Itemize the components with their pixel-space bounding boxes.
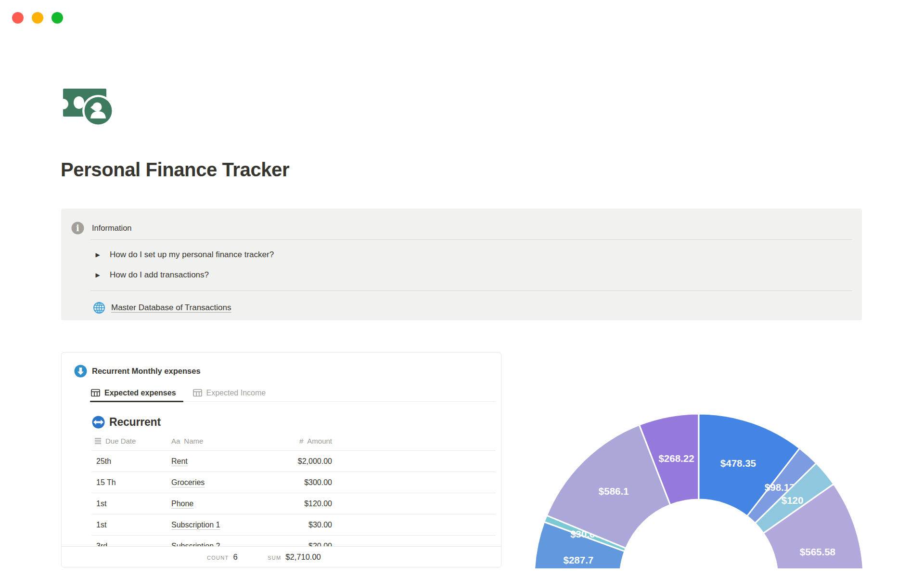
zoom-button[interactable] [51, 12, 63, 24]
table-rows: 25th Rent $2,000.00 15 Th Groceries $300… [92, 451, 496, 557]
database-heading: Recurrent [92, 416, 161, 429]
due-date-cell: 1st [92, 521, 171, 529]
left-right-arrow-icon [92, 416, 105, 429]
sum-aggregate[interactable]: SUM $2,710.00 [268, 552, 321, 562]
column-label: Amount [307, 437, 332, 445]
tab-label: Expected expenses [104, 389, 176, 397]
table-aggregate-footer: COUNT 6 SUM $2,710.00 [62, 546, 501, 567]
money-banknote-with-coin-icon [62, 87, 115, 130]
chart-segment-label: $268.22 [658, 453, 694, 464]
count-value: 6 [233, 552, 238, 562]
amount-cell: $300.00 [257, 478, 332, 487]
column-header-due-date[interactable]: Due Date [92, 437, 171, 445]
toggle-setup-question[interactable]: ▶ How do I set up my personal finance tr… [94, 250, 274, 260]
due-date-cell: 25th [92, 457, 171, 466]
minimize-button[interactable] [32, 12, 43, 24]
master-database-link-label: Master Database of Transactions [111, 303, 231, 313]
text-lines-icon [94, 437, 102, 445]
table-column-headers: Due Date Aa Name # Amount [92, 432, 332, 449]
sum-label: SUM [268, 555, 281, 561]
chart-segment-label: $287.7 [564, 554, 594, 565]
name-cell-link[interactable]: Groceries [171, 478, 205, 486]
card-header: Recurrent Monthly expenses [74, 365, 201, 378]
table-icon [91, 389, 100, 397]
name-cell-link[interactable]: Phone [171, 499, 193, 508]
amount-cell: $120.00 [257, 499, 332, 508]
page-title: Personal Finance Tracker [61, 159, 289, 181]
table-row[interactable]: 15 Th Groceries $300.00 [92, 472, 496, 493]
divider [90, 290, 852, 291]
column-label: Due Date [105, 437, 136, 445]
close-button[interactable] [12, 12, 24, 24]
due-date-cell: 1st [92, 499, 171, 508]
tab-expected-expenses[interactable]: Expected expenses [90, 384, 183, 401]
number-icon: # [299, 437, 303, 445]
toggle-label: How do I add transactions? [110, 270, 209, 280]
table-row[interactable]: 1st Phone $120.00 [92, 493, 496, 514]
down-arrow-icon [74, 365, 87, 378]
database-title: Recurrent [109, 416, 161, 429]
name-cell-link[interactable]: Subscription 1 [171, 521, 220, 529]
sum-value: $2,710.00 [285, 552, 321, 562]
recurrent-expenses-card: Recurrent Monthly expenses Expected expe… [61, 352, 501, 567]
table-row[interactable]: 1st Subscription 1 $30.00 [92, 514, 496, 536]
callout-title: Information [92, 223, 132, 233]
divider [90, 239, 852, 240]
database-view-tabs: Expected expenses Expected Income [90, 384, 496, 402]
page-icon-money-emoji[interactable] [62, 87, 115, 130]
toggle-add-transactions-question[interactable]: ▶ How do I add transactions? [94, 270, 209, 280]
column-header-amount[interactable]: # Amount [257, 437, 332, 445]
card-title: Recurrent Monthly expenses [92, 367, 201, 376]
column-header-name[interactable]: Aa Name [171, 437, 257, 445]
table-row[interactable]: 25th Rent $2,000.00 [92, 451, 496, 472]
column-label: Name [184, 437, 203, 445]
svg-text:i: i [76, 223, 79, 233]
count-aggregate[interactable]: COUNT 6 [207, 552, 238, 562]
expenses-donut-chart: $287.7$30.68$586.1$268.22$478.35$98.17$1… [505, 410, 905, 568]
toggle-label: How do I set up my personal finance trac… [110, 250, 274, 260]
amount-cell: $30.00 [257, 521, 332, 529]
title-icon: Aa [171, 437, 180, 445]
master-database-link[interactable]: Master Database of Transactions [93, 302, 231, 314]
due-date-cell: 15 Th [92, 478, 171, 487]
globe-icon [93, 302, 105, 314]
tab-expected-income[interactable]: Expected Income [192, 384, 273, 401]
table-icon [193, 389, 202, 397]
chart-segment-label: $565.58 [800, 546, 835, 557]
information-icon: i [71, 222, 84, 235]
callout-header: i Information [71, 222, 132, 235]
toggle-triangle-icon[interactable]: ▶ [94, 272, 102, 278]
toggle-triangle-icon[interactable]: ▶ [94, 251, 102, 258]
chart-segment-label: $478.35 [720, 458, 756, 469]
tab-label: Expected Income [206, 389, 266, 397]
count-label: COUNT [207, 555, 229, 561]
chart-segment-label: $120 [782, 495, 804, 506]
window-controls [12, 12, 63, 24]
chart-segment-label: $586.1 [599, 486, 629, 497]
name-cell-link[interactable]: Rent [171, 457, 188, 465]
information-callout: i Information ▶ How do I set up my perso… [61, 209, 862, 320]
amount-cell: $2,000.00 [257, 457, 332, 466]
